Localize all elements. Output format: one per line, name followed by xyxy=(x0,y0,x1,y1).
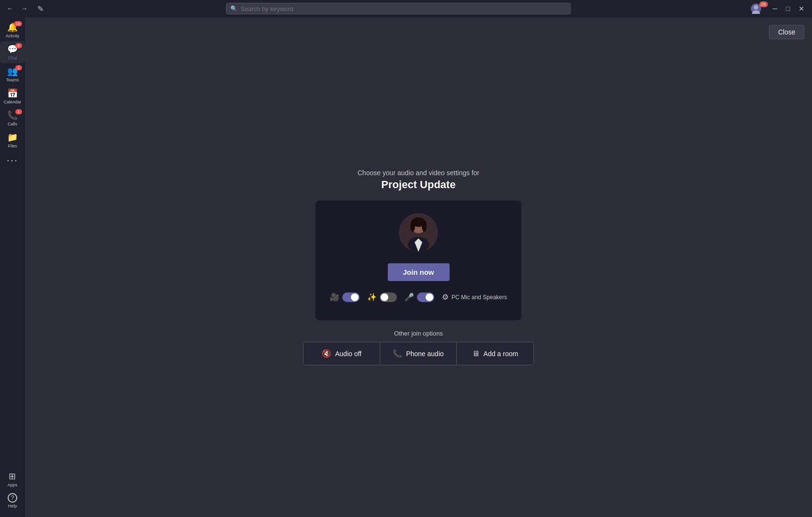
restore-button[interactable]: □ xyxy=(782,4,794,13)
sidebar-teams-label: Teams xyxy=(6,78,19,82)
join-now-button[interactable]: Join now xyxy=(388,263,450,281)
audio-off-button[interactable]: 🔇 Audio off xyxy=(304,342,380,365)
prejoin-subtitle: Choose your audio and video settings for xyxy=(358,169,480,177)
add-room-button[interactable]: 🖥 Add a room xyxy=(457,342,533,365)
video-preview: Join now 🎥 ✨ 🎤 xyxy=(316,201,521,320)
sidebar-calls-label: Calls xyxy=(8,122,17,126)
phone-audio-button[interactable]: 📞 Phone audio xyxy=(380,342,457,365)
phone-icon: 📞 xyxy=(393,349,402,358)
search-icon: 🔍 xyxy=(230,5,237,12)
video-icon: 🎥 xyxy=(330,292,339,302)
sidebar-item-activity[interactable]: 🔔 10 Activity xyxy=(0,19,25,41)
prejoin-title: Project Update xyxy=(358,179,480,191)
titlebar-right: 25 ─ □ ✕ xyxy=(751,3,808,14)
mic-control: 🎤 xyxy=(405,292,434,302)
sidebar-item-chat[interactable]: 💬 6 Chat xyxy=(0,41,25,63)
more-icon: ··· xyxy=(7,154,18,167)
effects-control: ✨ xyxy=(367,292,397,302)
prejoin-container: Choose your audio and video settings for… xyxy=(303,169,534,365)
nav-back-button[interactable]: ← xyxy=(4,4,16,13)
sidebar-chat-label: Chat xyxy=(8,56,17,60)
sidebar-calendar-label: Calendar xyxy=(4,100,22,104)
speaker-label: PC Mic and Speakers xyxy=(451,294,507,301)
audio-off-icon: 🔇 xyxy=(322,349,331,358)
titlebar-left: ← → ✎ xyxy=(4,3,46,14)
mic-toggle[interactable] xyxy=(417,292,434,302)
add-room-icon: 🖥 xyxy=(472,349,480,358)
compose-button[interactable]: ✎ xyxy=(34,3,46,14)
video-toggle[interactable] xyxy=(342,292,360,302)
help-icon: ? xyxy=(8,493,17,503)
teams-badge: 2 xyxy=(15,65,22,70)
sidebar-item-calendar[interactable]: 📅 Calendar xyxy=(0,85,25,107)
phone-audio-label: Phone audio xyxy=(406,350,444,358)
user-avatar: 25 xyxy=(751,3,766,14)
sidebar-item-label: Activity xyxy=(6,34,20,38)
files-icon: 📁 xyxy=(7,132,18,143)
effects-icon: ✨ xyxy=(367,292,377,302)
close-button[interactable]: Close xyxy=(769,25,804,39)
sidebar-item-apps[interactable]: ⊞ Apps xyxy=(8,468,18,490)
sidebar-help-label: Help xyxy=(8,504,17,508)
add-room-label: Add a room xyxy=(484,350,518,358)
minimize-button[interactable]: ─ xyxy=(769,4,781,13)
svg-point-0 xyxy=(754,5,758,10)
calendar-icon: 📅 xyxy=(7,88,18,99)
chat-badge: 6 xyxy=(15,43,22,48)
content-area: Close Choose your audio and video settin… xyxy=(25,17,812,517)
audio-off-label: Audio off xyxy=(335,350,361,358)
titlebar: ← → ✎ 🔍 25 ─ □ ✕ xyxy=(0,0,812,17)
user-avatar-preview xyxy=(399,214,438,252)
nav-forward-button[interactable]: → xyxy=(18,4,31,13)
speaker-control: ⚙ PC Mic and Speakers xyxy=(442,292,507,302)
sidebar-item-help[interactable]: ? Help xyxy=(8,490,18,511)
main-layout: 🔔 10 Activity 💬 6 Chat 👥 2 Teams 📅 Calen… xyxy=(0,17,812,517)
calls-badge: 1 xyxy=(15,109,22,114)
mic-icon: 🎤 xyxy=(405,292,414,302)
sidebar-item-more[interactable]: ··· xyxy=(0,151,25,169)
prejoin-title-area: Choose your audio and video settings for… xyxy=(358,169,480,191)
effects-toggle[interactable] xyxy=(380,292,397,302)
controls-row: 🎥 ✨ 🎤 ⚙ PC Mic and Speakers xyxy=(322,292,515,308)
sidebar: 🔔 10 Activity 💬 6 Chat 👥 2 Teams 📅 Calen… xyxy=(0,17,25,517)
search-input[interactable] xyxy=(240,5,566,12)
other-options-label: Other join options xyxy=(394,330,443,337)
sidebar-files-label: Files xyxy=(8,144,17,148)
other-options-row: 🔇 Audio off 📞 Phone audio 🖥 Add a room xyxy=(303,342,534,365)
nav-controls: ← → xyxy=(4,4,31,13)
window-controls: ─ □ ✕ xyxy=(769,4,808,13)
sidebar-item-files[interactable]: 📁 Files xyxy=(0,129,25,151)
apps-icon: ⊞ xyxy=(9,471,16,482)
other-options-section: Other join options 🔇 Audio off 📞 Phone a… xyxy=(303,330,534,365)
video-control: 🎥 xyxy=(330,292,360,302)
svg-point-8 xyxy=(422,220,427,232)
sidebar-apps-label: Apps xyxy=(8,483,18,487)
avatar-badge: 25 xyxy=(759,1,768,7)
svg-point-1 xyxy=(752,11,759,14)
sidebar-item-teams[interactable]: 👥 2 Teams xyxy=(0,63,25,85)
window-close-button[interactable]: ✕ xyxy=(795,4,808,13)
speaker-icon: ⚙ xyxy=(442,292,449,302)
sidebar-item-calls[interactable]: 📞 1 Calls xyxy=(0,107,25,129)
activity-badge: 10 xyxy=(14,21,22,26)
sidebar-bottom: ⊞ Apps ? Help xyxy=(8,468,18,515)
svg-point-7 xyxy=(410,220,415,232)
search-bar: 🔍 xyxy=(226,3,571,14)
